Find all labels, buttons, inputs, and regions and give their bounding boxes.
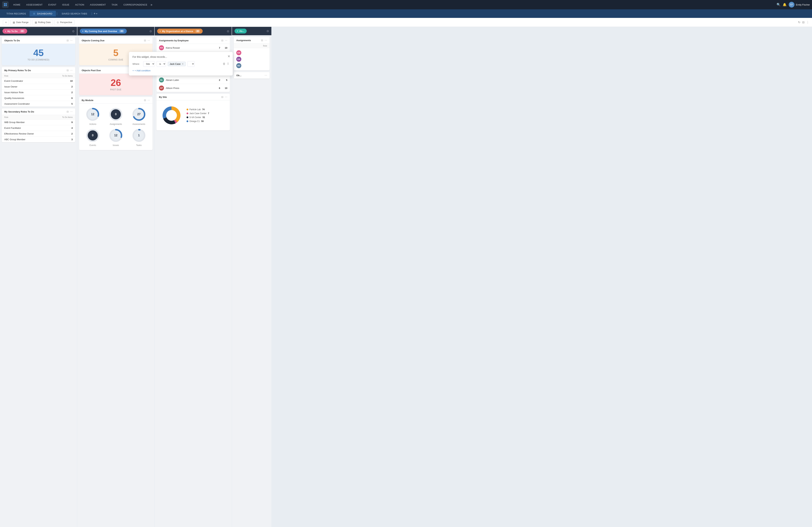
drag-condition-icon[interactable]: ⠿ <box>227 62 229 66</box>
tab-saved-search[interactable]: SAVED SEARCH TABS <box>58 11 91 16</box>
nav-issue[interactable]: ISSUE <box>60 2 72 7</box>
user-menu[interactable]: EF Emily Fischer <box>789 2 810 7</box>
widget-more-icon[interactable]: ⋯ <box>70 39 73 42</box>
date-range-button[interactable]: ▦ Date Range <box>10 20 31 25</box>
legend-item: Omega C1 59 <box>187 120 209 122</box>
widget-primary-more-icon[interactable]: ⋯ <box>70 69 73 72</box>
overlay-close-button[interactable]: ✕ <box>228 55 230 58</box>
panel-coming-due-toggle[interactable]: ▾ My Coming Due and Overdue 40 <box>80 29 127 34</box>
nav-assignment[interactable]: ASSIGNMENT <box>87 2 108 7</box>
svg-rect-0 <box>4 3 5 4</box>
widget-by-module-header: By Module ⊟ ⋯ <box>79 97 153 104</box>
chevron-down-icon-3: ▾ <box>160 30 161 32</box>
widget-by-module: By Module ⊟ ⋯ 12 Actions 0 Assignments 2… <box>79 97 153 150</box>
widget-emp-more-icon[interactable]: ⋯ <box>225 39 227 42</box>
plus-icon: + <box>93 12 96 16</box>
widget-by-site: By Site ⊟ ⋯ Particle Lab 74 Jack Case Ce… <box>157 94 230 131</box>
save-button[interactable]: ⊟ <box>802 20 804 24</box>
panel-org-settings[interactable]: ⊙ <box>227 30 229 33</box>
circle-item: 12 Issues <box>106 128 126 147</box>
refresh-button[interactable]: ↻ <box>798 20 800 24</box>
nav-correspondence[interactable]: CORRESPONDENCE <box>121 2 150 7</box>
svg-text:12: 12 <box>114 134 117 137</box>
col-todo-primary: To Do Items <box>50 74 75 78</box>
employee-avatar: AP <box>159 86 164 91</box>
emp-avatar-1: KR <box>236 50 241 55</box>
chevron-down-icon: ▾ <box>5 30 6 32</box>
widget-assignments-employee-title: Assignments by Employee <box>159 39 220 42</box>
widget-secondary-more-icon[interactable]: ⋯ <box>70 110 73 113</box>
role-value: 2 <box>50 84 75 90</box>
nav-action[interactable]: ACTION <box>72 2 87 7</box>
primary-roles-table: Role To Do Items Event Coordinator10Issu… <box>2 74 75 107</box>
employee-val2: 5 <box>222 79 227 81</box>
nav-assessment[interactable]: ASSESSMENT <box>24 2 45 7</box>
filter-extra-select[interactable] <box>187 61 194 67</box>
widget-module-filter-icon[interactable]: ⊟ <box>144 99 146 102</box>
filter-field-select[interactable]: Site <box>143 61 155 67</box>
widget-module-more-icon[interactable]: ⋯ <box>147 99 150 102</box>
widget-site-more-icon[interactable]: ⋯ <box>225 95 227 99</box>
panel-todo-content: Objects To Do ⊟ ⋯ 45 TO DO (COMBINED) My… <box>0 35 77 527</box>
nav-event[interactable]: EVENT <box>46 2 59 7</box>
employee-avatar: AL <box>159 77 164 82</box>
panel-org-toggle[interactable]: ▾ My Organization at a Glance 40 <box>157 29 203 34</box>
add-condition-button[interactable]: + + Add condition <box>132 69 229 72</box>
circle-label-Tasks: Tasks <box>136 144 142 147</box>
panel-coming-settings[interactable]: ⊙ <box>149 30 152 33</box>
filter-tag-remove[interactable]: ✕ <box>182 63 184 65</box>
widget-fourth-more-icon[interactable]: ⋯ <box>264 39 267 42</box>
tab-dashboard[interactable]: ⊞ DASHBOARD <box>30 11 56 16</box>
filter-toolbar: ≡ ▦ Date Range ▦ Rolling Date ⊙ Perspect… <box>0 18 812 27</box>
role-name: Issue Owner <box>2 84 50 90</box>
circles-grid: 12 Actions 0 Assignments 27 Assessments … <box>79 104 153 150</box>
filter-operator-select[interactable]: is <box>157 61 166 67</box>
widget-coming-filter-icon[interactable]: ⊟ <box>144 39 146 42</box>
panel-fourth-toggle[interactable]: ▾ As... <box>234 29 247 33</box>
widget-filter-icon[interactable]: ⊟ <box>67 39 69 42</box>
widget-emp-filter-icon[interactable]: ⊟ <box>221 39 223 42</box>
role-name: Issue Advisor Role <box>2 90 50 95</box>
widget-fourth-filter-icon[interactable]: ⊟ <box>261 39 263 42</box>
filter-condition-row: Where Site is Jack Case ✕ 🗑 ⠿ <box>132 61 229 67</box>
panel-todo-toggle[interactable]: ▾ My To Do 40 <box>2 29 27 34</box>
stat-block-todo: 45 TO DO (COMBINED) <box>2 44 75 65</box>
employee-row: AP Allison Press 6 10 <box>157 84 230 92</box>
rolling-date-button[interactable]: ▦ Rolling Date <box>32 20 53 25</box>
legend-label: S-VA Center <box>189 116 201 119</box>
employee-name: Kierra Rosser <box>166 46 213 49</box>
chevron-down-icon-4: ▾ <box>237 30 238 32</box>
widget-coming-more-icon[interactable]: ⋯ <box>147 39 150 42</box>
role-name: Effectiveness Review Owner <box>2 131 53 137</box>
circle-item: 27 Assessments <box>129 107 149 125</box>
tab-titan-records[interactable]: TITAN RECORDS <box>3 11 30 16</box>
widget-secondary-filter-icon[interactable]: ⊟ <box>67 110 69 113</box>
table-row: Event Facilitator4 <box>2 125 75 131</box>
nav-icons-group: 🔍 🔔 EF Emily Fischer <box>777 2 810 7</box>
bell-icon[interactable]: 🔔 <box>783 3 786 6</box>
widget-primary-filter-icon[interactable]: ⊟ <box>67 69 69 72</box>
more-options-button[interactable]: ⋮ <box>806 20 809 24</box>
panel-org-label: My Organization at a Glance <box>162 30 193 33</box>
delete-condition-icon[interactable]: 🗑 <box>223 62 226 66</box>
stat-label-past: PAST DUE <box>110 88 121 91</box>
search-icon[interactable]: 🔍 <box>777 3 781 6</box>
nav-home[interactable]: HOME <box>11 2 23 7</box>
table-row: Effectiveness Review Owner2 <box>2 131 75 137</box>
app-logo[interactable] <box>2 1 9 8</box>
widget-fourth-obj-more[interactable]: ⋯ <box>264 74 267 77</box>
panel-org-badge: 40 <box>195 30 200 33</box>
filter-icon-btn[interactable]: ≡ <box>3 20 9 25</box>
perspective-button[interactable]: ⊙ Perspective <box>55 20 74 25</box>
circle-chart-Tasks: 1 <box>132 128 146 142</box>
stat-label-coming: COMING DUE <box>108 59 124 61</box>
col-todo-secondary: To Do Items <box>53 115 75 120</box>
nav-task[interactable]: TASK <box>109 2 120 7</box>
panel-todo-settings[interactable]: ⊙ <box>72 30 74 33</box>
role-value: 10 <box>50 78 75 84</box>
widget-site-filter-icon[interactable]: ⊟ <box>221 95 223 99</box>
widget-fourth-objects-title: Ob... <box>236 74 263 77</box>
panel-fourth-settings[interactable]: ⊙ <box>266 29 269 33</box>
nav-overflow[interactable]: » <box>150 3 153 6</box>
add-tab-button[interactable]: + ▾ <box>93 12 97 16</box>
